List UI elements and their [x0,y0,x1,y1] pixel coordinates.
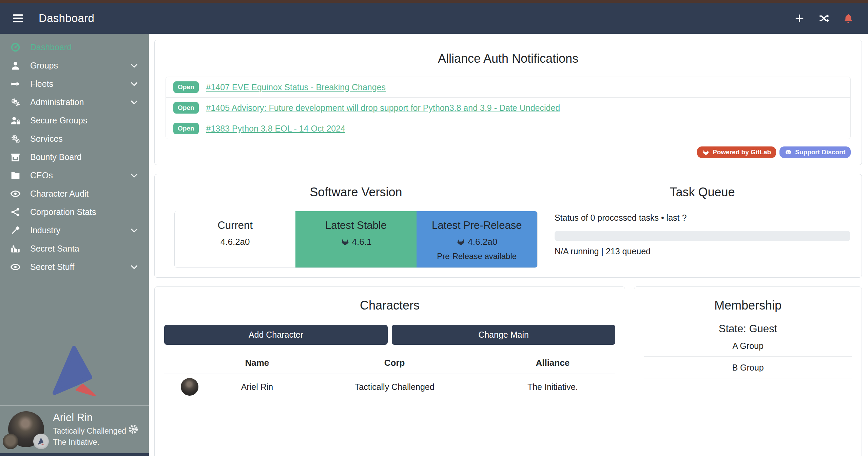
chevron-down-icon [130,262,139,272]
sidebar-bottom-strip [0,453,149,456]
page-title: Dashboard [39,12,94,25]
sidebar-nav: DashboardGroupsFleetsAdministrationSecur… [0,34,149,276]
sidebar-item-secure-groups[interactable]: Secure Groups [0,111,149,130]
notification-row: Open#1407 EVE Equinox Status - Breaking … [166,77,850,98]
version-cells: Current4.6.2a0Latest Stable4.6.1Latest P… [174,211,538,268]
sidebar-item-ceos[interactable]: CEOs [0,166,149,184]
menu-hamburger-icon[interactable] [10,12,26,25]
chevron-down-icon [130,79,139,88]
chevron-down-icon [130,98,139,107]
user-lock-icon [10,115,21,126]
top-navbar: Dashboard [0,3,868,34]
membership-state: State: Guest [644,323,852,335]
membership-title: Membership [644,298,852,313]
share-nodes-icon [10,207,21,217]
characters-panel: Characters Add Character Change Main Nam… [154,286,625,456]
character-corp: Tactically Challenged [299,374,490,400]
chevron-down-icon [130,171,139,180]
sidebar-user-panel: Ariel Rin Tactically Challenged The Init… [0,405,149,453]
software-version-section: Software Version Current4.6.2a0Latest St… [166,182,546,268]
task-queue-section: Task Queue Status of 0 processed tasks •… [546,182,850,268]
software-task-panel: Software Version Current4.6.2a0Latest St… [154,174,862,278]
alliance-logo-badge [33,434,49,449]
chevron-down-icon [130,61,139,70]
avatar-column-header [164,351,215,374]
character-alliance: The Initiative. [490,374,615,400]
folder-icon [10,170,21,181]
jet-icon [10,79,21,89]
powered-by-gitlab-badge[interactable]: Powered by GitLab [697,146,776,158]
notification-row: Open#1383 Python 3.8 EOL - 14 Oct 2024 [166,118,850,139]
status-badge: Open [173,81,199,93]
character-avatar [181,378,198,396]
task-queue-counts: N/A running | 213 queued [555,246,850,256]
chevron-down-icon [130,226,139,235]
notification-bell-icon[interactable] [843,13,854,24]
notifications-panel: Alliance Auth Notifications Open#1407 EV… [154,40,862,165]
sidebar-item-character-audit[interactable]: Character Audit [0,184,149,203]
badge-label: Powered by GitLab [713,148,771,156]
sidebar-item-bounty-board[interactable]: Bounty Board [0,148,149,166]
task-queue-progressbar [555,231,850,241]
user-icon [10,60,21,71]
sidebar-item-fleets[interactable]: Fleets [0,75,149,93]
sidebar-item-label: Services [30,134,63,144]
notifications-footer: Powered by GitLabSupport Discord [166,146,851,158]
sidebar-item-label: Groups [30,61,58,71]
gauge-icon [10,42,21,53]
sidebar-item-services[interactable]: Services [0,130,149,148]
hammer-icon [10,225,21,236]
name-column-header: Name [215,351,299,374]
eye-icon [10,262,21,272]
sidebar-item-label: Secret Stuff [30,262,74,272]
badge-label: Support Discord [795,148,846,156]
version-cell-label: Current [175,219,295,232]
change-main-button[interactable]: Change Main [392,325,615,345]
user-settings-gear-icon[interactable] [127,423,139,435]
add-character-button[interactable]: Add Character [164,325,388,345]
sidebar-item-industry[interactable]: Industry [0,221,149,239]
version-cell-latest-stable: Latest Stable4.6.1 [295,211,416,267]
shuffle-icon[interactable] [818,13,829,24]
notifications-title: Alliance Auth Notifications [166,52,851,66]
sidebar-item-corporation-stats[interactable]: Corporation Stats [0,203,149,221]
user-name: Ariel Rin [53,411,126,424]
add-icon[interactable] [794,13,805,24]
shop-icon [10,152,21,162]
membership-group-item: B Group [644,357,852,378]
membership-group-item: A Group [644,335,852,357]
sidebar-item-secret-santa[interactable]: Secret Santa [0,239,149,258]
gitlab-icon [702,148,710,156]
sidebar-item-groups[interactable]: Groups [0,56,149,75]
main-content: Alliance Auth Notifications Open#1407 EV… [149,34,868,456]
sidebar-item-secret-stuff[interactable]: Secret Stuff [0,258,149,276]
sidebar-item-label: Corporation Stats [30,207,96,217]
software-version-title: Software Version [174,185,538,199]
user-alliance: The Initiative. [53,437,126,447]
sidebar-item-administration[interactable]: Administration [0,93,149,111]
task-queue-status: Status of 0 processed tasks • last ? [555,213,850,223]
notification-link[interactable]: #1405 Advisory: Future development will … [206,103,560,113]
version-cell-current: Current4.6.2a0 [175,211,295,267]
support-discord-badge[interactable]: Support Discord [779,146,851,158]
corp-column-header: Corp [299,351,490,374]
corp-logo-badge [3,434,18,449]
membership-panel: Membership State: Guest A GroupB Group [634,286,862,456]
notification-link[interactable]: #1407 EVE Equinox Status - Breaking Chan… [206,82,386,92]
sidebar-item-label: Secret Santa [30,244,79,254]
browser-top-strip [0,0,868,3]
gitlab-icon [341,237,350,246]
sidebar-item-label: Bounty Board [30,152,82,162]
characters-table: Name Corp Alliance Ariel RinTactically C… [164,351,615,400]
notification-row: Open#1405 Advisory: Future development w… [166,98,850,118]
gears-icon [10,97,21,107]
notification-link[interactable]: #1383 Python 3.8 EOL - 14 Oct 2024 [206,124,345,134]
sidebar-item-label: Secure Groups [30,116,87,125]
gifts-icon [10,243,21,254]
discord-icon [785,148,792,156]
sidebar-item-label: Fleets [30,79,53,89]
gitlab-icon [456,237,465,246]
status-badge: Open [173,123,199,134]
version-number: 4.6.1 [295,237,416,247]
sidebar-item-dashboard[interactable]: Dashboard [0,38,149,56]
